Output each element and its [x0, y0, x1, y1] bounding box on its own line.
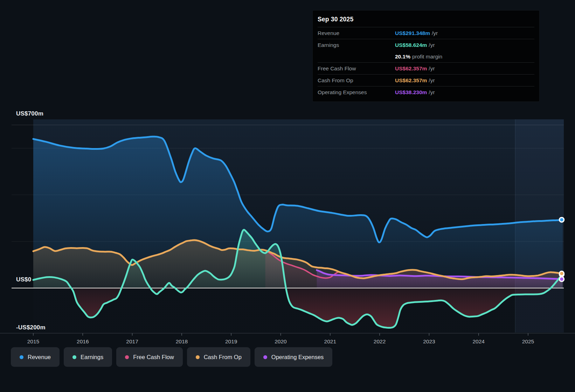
- tooltip-row-earnings: Earnings US$58.624m /yr: [318, 39, 534, 51]
- legend-item-operating-expenses[interactable]: Operating Expenses: [255, 347, 333, 367]
- legend-item-cash-from-op[interactable]: Cash From Op: [187, 347, 250, 367]
- x-axis-label-2024: 2024: [472, 338, 485, 344]
- tooltip-date: Sep 30 2025: [318, 10, 534, 27]
- tooltip-value: US$58.624m: [395, 42, 427, 48]
- operating-expenses-end-dot[interactable]: [560, 277, 564, 281]
- legend-label: Earnings: [81, 354, 103, 360]
- earnings-dot-icon: [72, 355, 76, 359]
- legend-item-revenue[interactable]: Revenue: [11, 347, 60, 367]
- tooltip-suffix: /yr: [429, 42, 435, 48]
- revenue-end-dot[interactable]: [560, 217, 564, 222]
- tooltip-value: US$38.230m: [395, 89, 427, 96]
- tooltip-label: Revenue: [318, 30, 395, 36]
- y-axis-label-neg200m: -US$200m: [16, 324, 46, 331]
- tooltip-value: US$62.357m: [395, 65, 427, 72]
- chart-tooltip: Sep 30 2025 Revenue US$291.348m /yr Earn…: [313, 10, 539, 102]
- revenue-dot-icon: [20, 355, 23, 359]
- tooltip-row-profit-margin: 20.1% profit margin: [318, 51, 534, 62]
- legend-label: Cash From Op: [204, 354, 242, 360]
- tooltip-label: Earnings: [318, 42, 395, 48]
- x-axis-label-2017: 2017: [126, 338, 138, 344]
- profit-margin-text: profit margin: [412, 54, 442, 60]
- tooltip-row-revenue: Revenue US$291.348m /yr: [318, 27, 534, 39]
- tooltip-suffix: /yr: [429, 77, 435, 84]
- tooltip-label: Operating Expenses: [318, 89, 395, 96]
- y-axis-label-zero: US$0: [16, 276, 31, 283]
- tooltip-row-cash-from-op: Cash From Op US$62.357m /yr: [318, 74, 534, 86]
- x-axis-label-2019: 2019: [225, 338, 237, 344]
- x-axis-label-2015: 2015: [27, 338, 39, 344]
- x-axis-label-2018: 2018: [176, 338, 188, 344]
- tooltip-suffix: /yr: [429, 65, 435, 72]
- tooltip-value: US$291.348m: [395, 30, 430, 36]
- profit-margin-value: 20.1%: [395, 54, 410, 60]
- legend: Revenue Earnings Free Cash Flow Cash Fro…: [11, 347, 332, 367]
- cash-from-op-end-dot[interactable]: [560, 271, 564, 276]
- operating-expenses-dot-icon: [263, 355, 267, 359]
- tooltip-label: Cash From Op: [318, 77, 395, 84]
- tooltip-suffix: /yr: [432, 30, 438, 36]
- tooltip-row-operating-expenses: Operating Expenses US$38.230m /yr: [318, 86, 534, 98]
- x-axis-label-2021: 2021: [324, 338, 336, 344]
- tooltip-value: US$62.357m: [395, 77, 427, 84]
- legend-item-earnings[interactable]: Earnings: [64, 347, 112, 367]
- tooltip-row-free-cash-flow: Free Cash Flow US$62.357m /yr: [318, 62, 534, 74]
- tooltip-suffix: /yr: [429, 89, 435, 96]
- x-axis-label-2023: 2023: [423, 338, 435, 344]
- x-axis-label-2016: 2016: [77, 338, 89, 344]
- x-axis-label-2025: 2025: [522, 338, 534, 344]
- y-axis-label-700m: US$700m: [16, 110, 43, 117]
- free-cash-flow-dot-icon: [125, 355, 129, 359]
- legend-label: Free Cash Flow: [133, 354, 174, 360]
- legend-item-free-cash-flow[interactable]: Free Cash Flow: [116, 347, 182, 367]
- tooltip-label: Free Cash Flow: [318, 65, 395, 72]
- x-axis-label-2020: 2020: [275, 338, 287, 344]
- cash-from-op-dot-icon: [196, 355, 200, 359]
- legend-label: Revenue: [28, 354, 51, 360]
- x-axis-label-2022: 2022: [374, 338, 386, 344]
- legend-label: Operating Expenses: [271, 354, 324, 360]
